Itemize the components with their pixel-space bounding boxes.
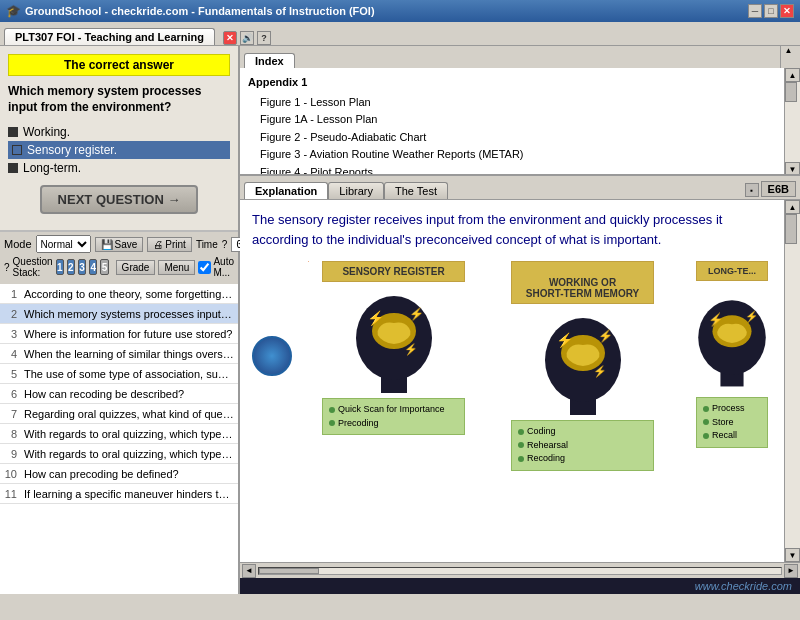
stack-num-4[interactable]: 4 (89, 259, 97, 275)
head-svg-1: ⚡ ⚡ ⚡ (349, 293, 439, 393)
scroll-track (785, 214, 800, 548)
q-text: Where is information for future use stor… (20, 326, 238, 342)
svg-text:⚡: ⚡ (367, 310, 385, 327)
explanation-with-scroll: The sensory register receives input from… (240, 200, 800, 562)
q-num: 2 (0, 306, 20, 322)
list-item[interactable]: Figure 1A - Lesson Plan (248, 111, 776, 129)
arrow-to-sensory (296, 261, 314, 266)
menu-button[interactable]: Menu (158, 260, 195, 275)
scroll-thumb[interactable] (785, 214, 797, 244)
correct-answer-text: The correct answer (64, 58, 174, 72)
table-row[interactable]: 4 When the learning of similar things ov… (0, 344, 238, 364)
table-row[interactable]: 11 If learning a specific maneuver hinde… (0, 484, 238, 504)
library-tab[interactable]: Library (328, 182, 384, 199)
scroll-down-button[interactable]: ▼ (785, 548, 800, 562)
title-bar-controls: ─ □ ✕ (748, 4, 794, 18)
answer-option-2[interactable]: Sensory register. (8, 141, 230, 159)
h-scroll-thumb[interactable] (259, 568, 319, 574)
index-tab-label: Index (255, 55, 284, 67)
table-row[interactable]: 8 With regards to oral quizzing, which t… (0, 424, 238, 444)
bullet-text: Quick Scan for Importance (338, 403, 445, 417)
answer-options: Working. Sensory register. Long-term. (8, 123, 230, 177)
mode-select[interactable]: Normal Study (36, 235, 91, 253)
q-num: 8 (0, 426, 20, 442)
print-button[interactable]: 🖨 Print (147, 237, 192, 252)
explanation-tab[interactable]: Explanation (244, 182, 328, 199)
scroll-up-button[interactable]: ▲ (785, 200, 800, 214)
bullet-text: Store (712, 416, 734, 430)
working-bullets: Coding Rehearsal Recoding (511, 420, 654, 471)
table-row[interactable]: 3 Where is information for future use st… (0, 324, 238, 344)
foi-tab[interactable]: PLT307 FOI - Teaching and Learning (4, 28, 215, 45)
bullet-text: Recall (712, 429, 737, 443)
q-num: 11 (0, 486, 20, 502)
sound-icon[interactable]: 🔊 (240, 31, 254, 45)
stack-num-3[interactable]: 3 (78, 259, 86, 275)
help-icon-small[interactable]: ? (4, 262, 10, 273)
list-item[interactable]: Figure 4 - Pilot Reports (248, 164, 776, 176)
svg-marker-0 (296, 261, 314, 262)
bullet-dot (518, 429, 524, 435)
table-row[interactable]: 5 The use of some type of association, s… (0, 364, 238, 384)
bullet-item: Rehearsal (518, 439, 647, 453)
q-text: The use of some type of association, suc… (20, 366, 238, 382)
watermark-text: www.checkride.com (695, 580, 792, 592)
toggle-icon[interactable]: ▪ (745, 183, 759, 197)
table-row[interactable]: 6 How can recoding be described? (0, 384, 238, 404)
time-help-icon[interactable]: ? (222, 239, 228, 250)
arrow-back-2 (662, 261, 692, 265)
stack-num-2[interactable]: 2 (67, 259, 75, 275)
save-button[interactable]: 💾 Save (95, 237, 144, 252)
close-button[interactable]: ✕ (780, 4, 794, 18)
list-item[interactable]: Figure 2 - Pseudo-Adiabatic Chart (248, 129, 776, 147)
list-item[interactable]: Figure 1 - Lesson Plan (248, 94, 776, 112)
h-scroll-track (258, 567, 782, 575)
auto-m-checkbox-label[interactable]: Auto M... (198, 256, 234, 278)
stack-num-1[interactable]: 1 (56, 259, 64, 275)
table-row[interactable]: 9 With regards to oral quizzing, which t… (0, 444, 238, 464)
q-num: 9 (0, 446, 20, 462)
maximize-button[interactable]: □ (764, 4, 778, 18)
index-scroll-up[interactable]: ▲ (781, 46, 796, 55)
bullet-text: Coding (527, 425, 556, 439)
sensory-label: SENSORY REGISTER (322, 261, 465, 282)
answer-bullet-3 (8, 163, 18, 173)
q-num: 5 (0, 366, 20, 382)
q-num: 1 (0, 286, 20, 302)
list-item[interactable]: Figure 3 - Aviation Routine Weather Repo… (248, 146, 776, 164)
index-scroll-up-btn[interactable]: ▲ (785, 68, 800, 82)
title-bar-title: 🎓 GroundSchool - checkride.com - Fundame… (6, 4, 375, 18)
e6b-label: E6B (768, 183, 789, 195)
h-scroll-right-button[interactable]: ► (784, 564, 798, 578)
bullet-item: Store (703, 416, 761, 430)
q-text: If learning a specific maneuver hinders … (20, 486, 238, 502)
h-scroll-left-button[interactable]: ◄ (242, 564, 256, 578)
table-row[interactable]: 10 How can precoding be defined? (0, 464, 238, 484)
next-question-label: NEXT QUESTION → (58, 192, 181, 207)
table-row[interactable]: 7 Regarding oral quizzes, what kind of q… (0, 404, 238, 424)
bullet-item: Recoding (518, 452, 647, 466)
q-text: How can precoding be defined? (20, 466, 238, 482)
grade-button[interactable]: Grade (116, 260, 156, 275)
bullet-item: Recall (703, 429, 761, 443)
auto-m-checkbox[interactable] (198, 261, 211, 274)
longterm-bullets: Process Store Recall (696, 397, 768, 448)
working-visual: ⚡ ⚡ ⚡ (538, 310, 628, 420)
index-tab[interactable]: Index (244, 53, 295, 68)
the-test-tab[interactable]: The Test (384, 182, 448, 199)
x-icon[interactable]: ✕ (223, 31, 237, 45)
bullet-dot (518, 456, 524, 462)
table-row[interactable]: 1 According to one theory, some forgetti… (0, 284, 238, 304)
answer-option-1[interactable]: Working. (8, 123, 230, 141)
sensory-bullets: Quick Scan for Importance Precoding (322, 398, 465, 435)
q-text: With regards to oral quizzing, which typ… (20, 446, 238, 462)
time-label: Time (196, 239, 218, 250)
help-icon[interactable]: ? (257, 31, 271, 45)
stack-num-5[interactable]: 5 (100, 259, 108, 275)
next-question-button[interactable]: NEXT QUESTION → (40, 185, 199, 214)
bullet-item: Process (703, 402, 761, 416)
index-scroll-down-btn[interactable]: ▼ (785, 162, 800, 176)
minimize-button[interactable]: ─ (748, 4, 762, 18)
answer-option-3[interactable]: Long-term. (8, 159, 230, 177)
table-row[interactable]: 2 Which memory systems processes input f… (0, 304, 238, 324)
